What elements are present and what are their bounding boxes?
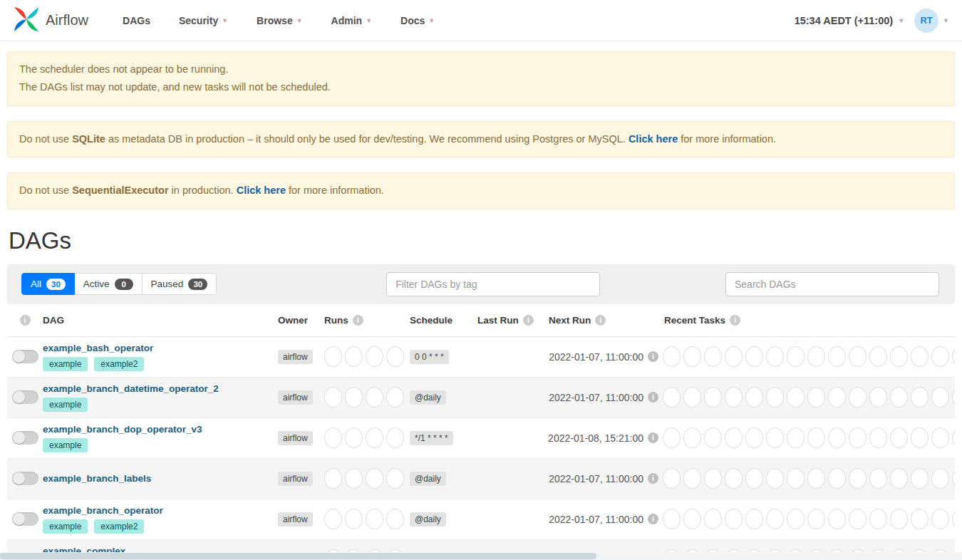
status-circle[interactable]: [745, 427, 763, 448]
executor-docs-link[interactable]: Click here: [237, 185, 286, 196]
status-circle[interactable]: [704, 387, 722, 408]
dag-name-link[interactable]: example_branch_datetime_operator_2: [43, 383, 278, 394]
status-circle[interactable]: [725, 346, 743, 367]
status-circle[interactable]: [828, 346, 846, 367]
nav-item-security[interactable]: Security▼: [165, 15, 242, 26]
column-header-owner[interactable]: Owner: [278, 315, 324, 326]
status-circle[interactable]: [324, 427, 342, 448]
status-circle[interactable]: [828, 427, 846, 448]
owner-badge[interactable]: airflow: [278, 431, 313, 445]
search-dags-input[interactable]: [725, 272, 939, 296]
status-circle[interactable]: [787, 427, 805, 448]
dag-pause-toggle[interactable]: [12, 431, 38, 445]
status-circle[interactable]: [725, 427, 743, 448]
column-header-last-run[interactable]: Last Runi: [477, 315, 549, 326]
status-circle[interactable]: [807, 346, 825, 367]
status-circle[interactable]: [807, 427, 825, 448]
horizontal-scrollbar[interactable]: [0, 552, 962, 560]
status-circle[interactable]: [931, 346, 949, 367]
pause-column-info-icon[interactable]: i: [20, 315, 31, 326]
status-circle[interactable]: [869, 427, 887, 448]
status-circle[interactable]: [683, 346, 701, 367]
status-circle[interactable]: [952, 509, 955, 529]
status-circle[interactable]: [828, 509, 846, 529]
owner-badge[interactable]: airflow: [278, 472, 313, 486]
status-circle[interactable]: [849, 427, 867, 448]
status-circle[interactable]: [869, 468, 887, 489]
status-circle[interactable]: [849, 387, 867, 408]
status-circle[interactable]: [663, 468, 681, 489]
status-circle[interactable]: [366, 387, 383, 408]
status-circle[interactable]: [766, 427, 784, 448]
status-circle[interactable]: [931, 509, 949, 529]
status-circle[interactable]: [787, 346, 805, 367]
dag-pause-toggle[interactable]: [12, 390, 38, 404]
status-circle[interactable]: [890, 387, 908, 408]
horizontal-scrollbar-thumb[interactable]: [0, 553, 596, 559]
status-circle[interactable]: [704, 427, 722, 448]
status-circle[interactable]: [683, 427, 701, 448]
status-circle[interactable]: [828, 468, 846, 489]
status-circle[interactable]: [366, 509, 383, 529]
schedule-badge[interactable]: */1 * * * *: [410, 431, 453, 445]
status-circle[interactable]: [890, 468, 908, 489]
column-header-runs[interactable]: Runsi: [324, 315, 410, 326]
owner-badge[interactable]: airflow: [278, 390, 313, 405]
status-circle[interactable]: [386, 346, 404, 367]
status-circle[interactable]: [807, 509, 825, 529]
schedule-badge[interactable]: @daily: [410, 472, 446, 486]
dag-pause-toggle[interactable]: [12, 472, 38, 485]
recent-tasks-info-icon[interactable]: i: [730, 315, 740, 326]
nav-item-browse[interactable]: Browse▼: [242, 15, 317, 26]
status-circle[interactable]: [366, 427, 383, 448]
status-circle[interactable]: [911, 346, 929, 367]
status-circle[interactable]: [952, 387, 955, 408]
status-circle[interactable]: [683, 468, 701, 489]
runs-info-icon[interactable]: i: [353, 315, 363, 326]
schedule-badge[interactable]: @daily: [410, 390, 446, 405]
dag-tag[interactable]: example: [43, 357, 88, 371]
status-circle[interactable]: [787, 387, 805, 408]
column-header-dag[interactable]: DAG: [43, 315, 278, 326]
status-circle[interactable]: [828, 387, 846, 408]
dag-pause-toggle[interactable]: [12, 350, 38, 363]
status-circle[interactable]: [869, 346, 887, 367]
status-circle[interactable]: [807, 468, 825, 489]
status-circle[interactable]: [386, 427, 404, 448]
status-circle[interactable]: [911, 509, 929, 529]
status-circle[interactable]: [952, 427, 955, 448]
next-run-info-icon[interactable]: i: [648, 392, 658, 403]
dag-name-link[interactable]: example_branch_labels: [43, 473, 278, 484]
status-circle[interactable]: [931, 468, 949, 489]
status-circle[interactable]: [663, 427, 681, 448]
status-circle[interactable]: [745, 468, 763, 489]
status-circle[interactable]: [952, 468, 955, 489]
nav-item-docs[interactable]: Docs▼: [386, 15, 449, 26]
column-header-recent-tasks[interactable]: Recent Tasksi: [663, 315, 955, 326]
status-circle[interactable]: [704, 346, 722, 367]
status-circle[interactable]: [911, 427, 929, 448]
status-circle[interactable]: [787, 509, 805, 529]
dag-tag[interactable]: example: [43, 519, 88, 534]
status-circle[interactable]: [324, 509, 342, 529]
dag-pause-toggle[interactable]: [12, 512, 38, 526]
status-circle[interactable]: [745, 346, 763, 367]
status-circle[interactable]: [366, 468, 383, 489]
status-circle[interactable]: [725, 387, 743, 408]
status-circle[interactable]: [890, 427, 908, 448]
status-circle[interactable]: [683, 509, 701, 529]
owner-badge[interactable]: airflow: [278, 350, 313, 364]
nav-item-dags[interactable]: DAGs: [108, 15, 165, 26]
status-circle[interactable]: [663, 346, 681, 367]
status-circle[interactable]: [725, 468, 743, 489]
status-circle[interactable]: [952, 346, 955, 367]
tab-active[interactable]: Active 0: [75, 273, 143, 295]
dag-name-link[interactable]: example_bash_operator: [43, 343, 278, 353]
nav-item-admin[interactable]: Admin▼: [317, 15, 386, 26]
status-circle[interactable]: [911, 468, 929, 489]
dag-tag[interactable]: example2: [94, 519, 144, 534]
status-circle[interactable]: [324, 387, 342, 408]
status-circle[interactable]: [849, 509, 867, 529]
next-run-info-icon[interactable]: i: [648, 514, 658, 524]
status-circle[interactable]: [931, 387, 949, 408]
